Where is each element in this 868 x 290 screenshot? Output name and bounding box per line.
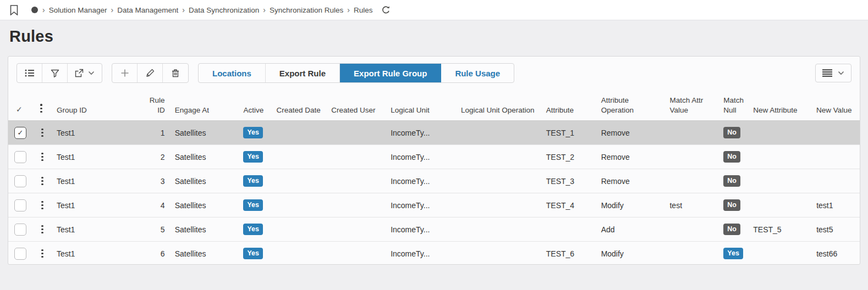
cell-logical-unit: IncomeTy... (386, 153, 457, 161)
table-row[interactable]: Test1 5 Satellites Yes IncomeTy... Add N… (8, 217, 860, 242)
col-header-match-attr-value[interactable]: Match Attr Value (665, 88, 720, 120)
edit-actions-group (112, 63, 189, 83)
delete-button[interactable] (163, 64, 188, 82)
rules-table: ✓ Group ID Rule ID Engage At Active Crea… (8, 88, 860, 265)
cell-group-id: Test1 (52, 201, 138, 210)
col-header-engage-at[interactable]: Engage At (171, 88, 239, 120)
table-body: Test1 1 Satellites Yes IncomeTy... TEST_… (8, 121, 860, 265)
cell-select (8, 127, 32, 139)
breadcrumb-item[interactable]: Synchronization Rules (270, 6, 343, 14)
tab-group: LocationsExport RuleExport Rule GroupRul… (198, 63, 514, 83)
status-badge: Yes (243, 224, 263, 235)
export-button[interactable] (68, 64, 102, 82)
col-header-group-id[interactable]: Group ID (52, 88, 138, 120)
col-header-created-user[interactable]: Created User (327, 88, 386, 120)
filter-button[interactable] (42, 64, 68, 82)
cell-group-id: Test1 (52, 225, 138, 234)
cell-rule-id: 1 (138, 129, 171, 137)
cell-group-id: Test1 (52, 177, 138, 186)
col-header-rule-id[interactable]: Rule ID (138, 88, 171, 120)
status-badge: Yes (243, 199, 263, 211)
col-header-match-null[interactable]: Match Null (720, 88, 749, 120)
status-badge: No (723, 127, 740, 138)
menu-lines-icon (822, 69, 832, 77)
cell-row-menu (32, 247, 52, 260)
row-checkbox[interactable] (14, 199, 26, 211)
breadcrumb-item[interactable]: Rules (354, 6, 373, 14)
cell-rule-id: 6 (138, 249, 171, 258)
cell-engage-at: Satellites (171, 129, 239, 137)
col-header-attribute-operation[interactable]: Attribute Operation (597, 88, 666, 120)
breadcrumb-item[interactable]: Data Synchronization (189, 6, 259, 14)
row-checkbox[interactable] (14, 127, 26, 139)
col-header-attribute[interactable]: Attribute (542, 88, 597, 120)
add-button[interactable] (112, 64, 138, 82)
row-checkbox[interactable] (14, 224, 26, 236)
app-circle-icon (31, 7, 38, 13)
topbar: ›Solution Manager›Data Management›Data S… (0, 0, 868, 20)
table-row[interactable]: Test1 6 Satellites Yes IncomeTy... TEST_… (8, 242, 860, 265)
cell-attribute-operation: Remove (597, 153, 666, 161)
header-menu-icon[interactable] (32, 88, 52, 120)
table-row[interactable]: Test1 3 Satellites Yes IncomeTy... TEST_… (8, 169, 860, 193)
row-menu-icon[interactable] (39, 199, 45, 211)
cell-logical-unit: IncomeTy... (386, 225, 457, 234)
cell-match-null: No (720, 199, 749, 211)
page-header: Rules (0, 20, 868, 56)
cell-new-attribute: TEST_5 (749, 225, 812, 234)
row-checkbox[interactable] (14, 175, 26, 187)
row-menu-icon[interactable] (39, 223, 45, 236)
tab-export-rule-group[interactable]: Export Rule Group (340, 64, 441, 82)
cell-logical-unit: IncomeTy... (386, 201, 457, 210)
cell-attribute-operation: Remove (597, 129, 666, 137)
status-badge: No (723, 224, 740, 235)
cell-select (8, 224, 32, 236)
cell-row-menu (32, 126, 52, 139)
row-menu-icon[interactable] (39, 175, 45, 187)
display-options-button[interactable] (815, 64, 851, 82)
cell-group-id: Test1 (52, 129, 138, 137)
cell-new-value: test5 (812, 225, 860, 234)
rules-panel: LocationsExport RuleExport Rule GroupRul… (8, 56, 860, 265)
col-header-logical-unit-operation[interactable]: Logical Unit Operation (457, 88, 542, 120)
breadcrumb-item[interactable]: Data Management (117, 6, 178, 14)
cell-attribute: TEST_3 (542, 177, 597, 186)
col-header-logical-unit[interactable]: Logical Unit (386, 88, 457, 120)
tab-export-rule[interactable]: Export Rule (266, 64, 340, 82)
edit-button[interactable] (138, 64, 163, 82)
cell-row-menu (32, 175, 52, 187)
cell-active: Yes (239, 175, 272, 187)
bookmark-icon[interactable] (9, 4, 19, 16)
col-header-active[interactable]: Active (239, 88, 272, 120)
list-view-button[interactable] (17, 64, 42, 82)
breadcrumb-separator: › (347, 5, 350, 14)
breadcrumb-item[interactable]: Solution Manager (49, 6, 107, 14)
chevron-down-icon (838, 71, 844, 75)
table-row[interactable]: Test1 2 Satellites Yes IncomeTy... TEST_… (8, 145, 860, 169)
cell-attribute: TEST_1 (542, 129, 597, 137)
cell-attribute: TEST_2 (542, 153, 597, 161)
cell-row-menu (32, 150, 52, 163)
cell-active: Yes (239, 151, 272, 163)
table-row[interactable]: Test1 1 Satellites Yes IncomeTy... TEST_… (8, 121, 860, 145)
tab-rule-usage[interactable]: Rule Usage (441, 64, 514, 82)
col-header-new-attribute[interactable]: New Attribute (749, 88, 812, 120)
row-checkbox[interactable] (14, 248, 26, 260)
row-checkbox[interactable] (14, 151, 26, 163)
cell-match-null: No (720, 151, 749, 163)
row-menu-icon[interactable] (39, 126, 45, 139)
col-header-new-value[interactable]: New Value (812, 88, 860, 120)
cell-rule-id: 4 (138, 201, 171, 210)
vertical-dots-icon (38, 102, 44, 115)
cell-select (8, 199, 32, 211)
select-all-header[interactable]: ✓ (8, 88, 32, 120)
col-header-created-date[interactable]: Created Date (272, 88, 327, 120)
cell-attribute: TEST_6 (542, 249, 597, 258)
row-menu-icon[interactable] (39, 150, 45, 163)
status-badge: Yes (723, 248, 743, 259)
cell-select (8, 151, 32, 163)
table-row[interactable]: Test1 4 Satellites Yes IncomeTy... TEST_… (8, 193, 860, 217)
tab-locations[interactable]: Locations (199, 64, 266, 82)
row-menu-icon[interactable] (39, 247, 45, 260)
refresh-icon[interactable] (380, 4, 392, 16)
